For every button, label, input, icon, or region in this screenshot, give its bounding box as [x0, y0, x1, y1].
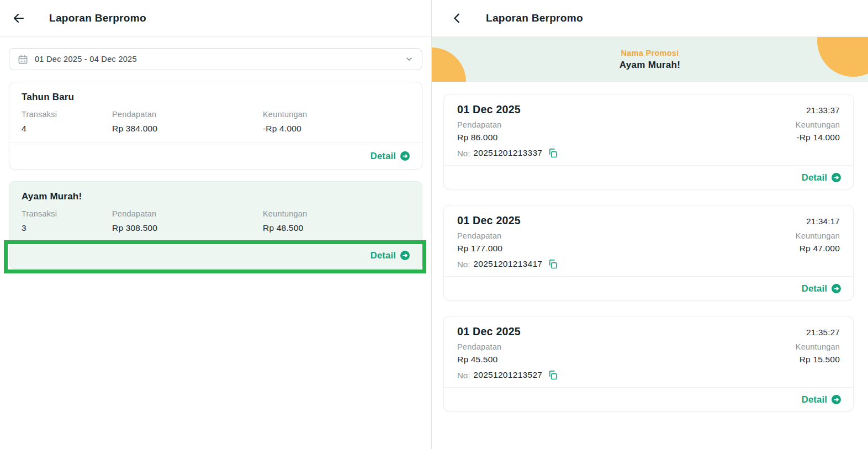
banner-label: Nama Promosi — [621, 49, 679, 57]
orange-circle-decoration — [817, 37, 868, 77]
detail-label: Detail — [802, 394, 827, 405]
no-label: No: — [457, 149, 470, 158]
date-range-selector[interactable]: 01 Dec 2025 - 04 Dec 2025 — [9, 48, 422, 70]
keuntungan-label: Keuntungan — [796, 342, 840, 351]
arrow-right-circle-icon: ➔ — [832, 395, 841, 404]
pendapatan-label: Pendapatan — [457, 231, 501, 240]
pendapatan-value: Rp 384.000 — [112, 124, 263, 134]
transaksi-value: 4 — [22, 124, 112, 134]
orange-quarter-circle-decoration — [432, 47, 466, 82]
chevron-left-icon[interactable] — [448, 9, 466, 27]
transaction-card: 01 Dec 2025 21:34:17 Pendapatan Keuntung… — [443, 205, 854, 300]
promo-card-ayam-murah: Ayam Murah! Transaksi 3 Pendapatan Rp 30… — [9, 181, 422, 269]
transaction-number: 20251201213337 — [473, 148, 542, 158]
arrow-right-circle-icon: ➔ — [832, 284, 841, 293]
transaksi-value: 3 — [22, 223, 112, 233]
transaction-time: 21:33:37 — [806, 105, 840, 115]
transaction-list: 01 Dec 2025 21:33:37 Pendapatan Keuntung… — [432, 82, 868, 411]
promo-card-footer: Detail ➔ — [9, 142, 422, 169]
promo-detail-screen: Laporan Berpromo Nama Promosi Ayam Murah… — [431, 0, 868, 449]
pendapatan-value: Rp 86.000 — [457, 133, 497, 142]
transaction-date: 01 Dec 2025 — [457, 325, 521, 338]
pendapatan-label: Pendapatan — [457, 120, 501, 129]
copy-icon[interactable] — [548, 148, 558, 158]
pendapatan-label: Pendapatan — [457, 342, 501, 351]
detail-button[interactable]: Detail ➔ — [802, 172, 841, 183]
click-highlight-box — [4, 240, 426, 273]
detail-label: Detail — [371, 250, 396, 261]
transaction-time: 21:34:17 — [806, 216, 840, 226]
arrow-right-circle-icon: ➔ — [400, 251, 410, 260]
transaksi-label: Transaksi — [22, 209, 112, 218]
detail-button[interactable]: Detail ➔ — [371, 250, 410, 261]
pendapatan-value: Rp 308.500 — [112, 223, 263, 233]
transaction-number: 20251201213417 — [473, 259, 542, 269]
transaction-time: 21:35:27 — [806, 327, 840, 337]
promo-card-body: Ayam Murah! Transaksi 3 Pendapatan Rp 30… — [9, 182, 422, 241]
transaction-date: 01 Dec 2025 — [457, 214, 521, 227]
keuntungan-label: Keuntungan — [796, 231, 840, 240]
date-range-value: 01 Dec 2025 - 04 Dec 2025 — [35, 55, 137, 64]
transaksi-label: Transaksi — [22, 110, 112, 119]
back-arrow-icon[interactable] — [10, 9, 28, 27]
left-content: 01 Dec 2025 - 04 Dec 2025 Tahun Baru Tra… — [0, 48, 431, 269]
banner-promo-name: Ayam Murah! — [620, 60, 680, 71]
keuntungan-label: Keuntungan — [796, 120, 840, 129]
pendapatan-value: Rp 177.000 — [457, 244, 502, 253]
keuntungan-label: Keuntungan — [263, 209, 307, 218]
pendapatan-value: Rp 45.500 — [457, 355, 497, 365]
promo-card-footer: Detail ➔ — [9, 241, 422, 268]
transaction-card: 01 Dec 2025 21:33:37 Pendapatan Keuntung… — [443, 94, 854, 189]
right-header: Laporan Berpromo — [432, 0, 868, 37]
pendapatan-label: Pendapatan — [112, 110, 263, 119]
detail-button[interactable]: Detail ➔ — [802, 394, 841, 405]
keuntungan-value: Rp 47.000 — [800, 244, 840, 253]
no-label: No: — [457, 260, 470, 269]
pendapatan-label: Pendapatan — [112, 209, 263, 218]
detail-button[interactable]: Detail ➔ — [802, 283, 841, 294]
promo-card-tahun-baru: Tahun Baru Transaksi 4 Pendapatan Rp 384… — [9, 82, 422, 170]
screenshot-pair: Laporan Berpromo 01 Dec 2025 - 04 Dec 20… — [0, 0, 868, 449]
promo-card-body: Tahun Baru Transaksi 4 Pendapatan Rp 384… — [9, 82, 422, 142]
keuntungan-value: -Rp 4.000 — [263, 124, 307, 134]
page-title: Laporan Berpromo — [49, 12, 146, 24]
detail-label: Detail — [802, 172, 827, 183]
transaction-date: 01 Dec 2025 — [457, 103, 521, 116]
keuntungan-label: Keuntungan — [263, 110, 307, 119]
keuntungan-value: Rp 48.500 — [263, 223, 307, 233]
promo-list-screen: Laporan Berpromo 01 Dec 2025 - 04 Dec 20… — [0, 0, 431, 449]
detail-label: Detail — [371, 151, 396, 161]
chevron-down-icon — [405, 55, 414, 64]
arrow-right-circle-icon: ➔ — [400, 151, 410, 161]
copy-icon[interactable] — [548, 259, 558, 269]
copy-icon[interactable] — [548, 370, 558, 380]
transaction-card: 01 Dec 2025 21:35:27 Pendapatan Keuntung… — [443, 316, 854, 411]
detail-label: Detail — [802, 283, 827, 294]
left-header: Laporan Berpromo — [0, 0, 431, 37]
keuntungan-value: -Rp 14.000 — [796, 133, 840, 142]
promo-name: Ayam Murah! — [22, 191, 410, 202]
promo-banner: Nama Promosi Ayam Murah! — [432, 37, 868, 82]
arrow-right-circle-icon: ➔ — [832, 173, 841, 182]
detail-button[interactable]: Detail ➔ — [371, 151, 410, 161]
calendar-icon — [18, 54, 28, 65]
no-label: No: — [457, 371, 470, 380]
promo-name: Tahun Baru — [22, 92, 410, 103]
transaction-number: 20251201213527 — [473, 370, 542, 380]
keuntungan-value: Rp 15.500 — [800, 355, 840, 365]
page-title: Laporan Berpromo — [486, 12, 583, 24]
